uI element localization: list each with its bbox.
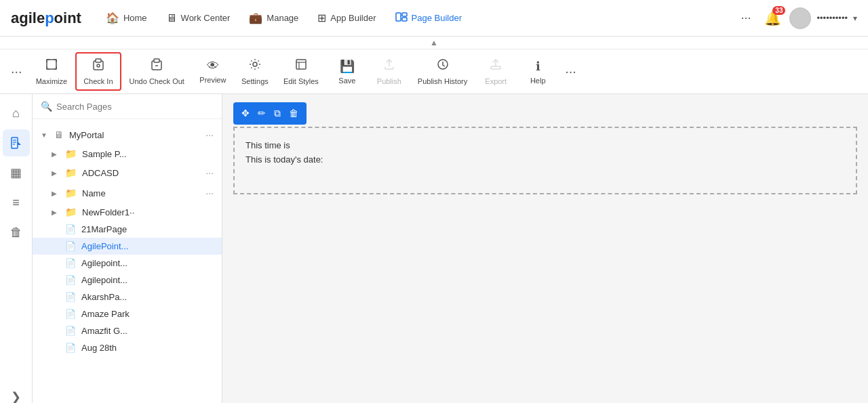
left-collapse-button[interactable]: ❯ [3,383,30,403]
edit-styles-button[interactable]: Edit Styles [277,54,326,89]
content-area: ✥ ✏ ⧉ 🗑 This time is This is today's dat… [222,94,868,403]
page-sidebar: 🔍 ▼ 🖥 MyPortal ··· ▶ 📁 Sample P... [33,94,222,403]
app-builder-nav-icon: ⊞ [317,12,326,24]
tree-item-amaze-park[interactable]: ▶ 📄 Amaze Park [33,305,222,322]
tree-icon-amazfit: 📄 [65,326,76,336]
page-builder-nav-icon [395,11,408,26]
export-label: Export [485,77,507,85]
export-button: Export [475,54,516,89]
nav-more-button[interactable]: ··· [735,8,756,28]
svg-rect-4 [96,59,101,62]
nav-page-builder[interactable]: Page Builder [387,7,470,30]
nav-home-label: Home [123,13,147,23]
publish-button: Publish [369,54,410,89]
nav-app-builder-label: App Builder [330,13,376,23]
tree-container: ▼ 🖥 MyPortal ··· ▶ 📁 Sample P... ▶ 📁 ADC… [33,119,222,403]
tree-item-adcasd[interactable]: ▶ 📁 ADCASD ··· [33,163,222,183]
tree-toggle-name: ▶ [52,190,62,197]
notification-badge: 33 [772,6,785,15]
main-layout: ⌂ ▦ ≡ 🗑 ❯ 🔍 ▼ [0,94,868,403]
tree-more-name[interactable]: ··· [203,186,216,200]
tree-item-newfolder1[interactable]: ▶ 📁 NewFolder1·· [33,203,222,221]
left-pages-button[interactable] [3,129,30,156]
tree-more-adcasd[interactable]: ··· [203,166,216,179]
collapse-icon: ▲ [430,38,438,47]
nav-right: ··· 🔔 33 •••••••••• ▾ [735,7,857,29]
left-home-button[interactable]: ⌂ [3,100,30,127]
tree-icon-amaze-park: 📄 [65,309,76,319]
tree-label-sample: Sample P... [82,149,216,159]
nav-manage-label: Manage [267,13,298,23]
publish-history-button[interactable]: Publish History [411,54,474,89]
user-name: •••••••••• [816,13,848,23]
tree-icon-newfolder1: 📁 [65,207,77,217]
content-line-2: This is today's date: [245,153,845,167]
settings-icon [248,58,262,75]
edit-styles-label: Edit Styles [283,77,319,85]
tree-more-myportal[interactable]: ··· [203,128,216,142]
toolbar-more-right[interactable]: ··· [559,61,582,82]
tree-icon-sample: 📁 [65,148,77,159]
tree-item-sample-p[interactable]: ▶ 📁 Sample P... [33,145,222,163]
svg-rect-13 [491,66,500,69]
tree-icon-agilepoint1: 📄 [65,241,76,251]
maximize-label: Maximize [36,77,67,85]
user-menu[interactable]: •••••••••• ▾ [789,7,857,29]
nav-work-center-label: Work Center [181,13,231,23]
publish-history-label: Publish History [418,77,467,85]
svg-rect-2 [402,18,407,21]
undo-checkout-button[interactable]: Undo Check Out [123,54,191,89]
help-icon: ℹ [536,59,540,74]
float-toolbar: ✥ ✏ ⧉ 🗑 [233,102,307,125]
tree-item-aug28th[interactable]: ▶ 📄 Aug 28th [33,339,222,356]
check-in-button[interactable]: Check In [75,52,121,91]
svg-point-8 [253,62,257,66]
nav-work-center[interactable]: 🖥 Work Center [158,8,239,28]
tree-icon-akarshpa: 📄 [65,292,76,302]
left-icon-bar: ⌂ ▦ ≡ 🗑 ❯ [0,94,33,403]
svg-rect-1 [402,13,407,16]
left-trash-button[interactable]: 🗑 [3,219,30,246]
tree-item-myportal[interactable]: ▼ 🖥 MyPortal ··· [33,125,222,145]
settings-label: Settings [241,77,269,85]
publish-icon [382,58,396,75]
notification-button[interactable]: 🔔 33 [764,10,781,26]
tree-item-agilepoint2[interactable]: ▶ 📄 Agilepoint... [33,255,222,272]
float-move-button[interactable]: ✥ [237,105,254,122]
tree-item-21marpage[interactable]: ▶ 📄 21MarPage [33,221,222,238]
left-grid-button[interactable]: ▦ [3,159,30,186]
tree-icon-name: 📁 [65,188,77,198]
search-pages-input[interactable] [56,102,214,112]
tree-item-akarshpa[interactable]: ▶ 📄 AkarshPa... [33,289,222,305]
tree-toggle-newfolder1: ▶ [52,209,62,216]
save-icon: 💾 [340,59,355,74]
tree-item-name[interactable]: ▶ 📁 Name ··· [33,183,222,203]
float-edit-button[interactable]: ✏ [254,105,270,122]
float-copy-button[interactable]: ⧉ [270,105,285,122]
help-label: Help [530,77,546,85]
help-button[interactable]: ℹ Help [517,55,558,89]
left-list-button[interactable]: ≡ [3,189,30,216]
nav-app-builder[interactable]: ⊞ App Builder [309,7,384,28]
settings-button[interactable]: Settings [235,54,275,89]
nav-home[interactable]: 🏠 Home [98,7,155,28]
maximize-button[interactable]: Maximize [29,54,74,89]
tree-item-agilepoint3[interactable]: ▶ 📄 Agilepoint... [33,272,222,289]
nav-manage[interactable]: 💼 Manage [241,7,307,28]
tree-item-agilepoint1[interactable]: ▶ 📄 AgilePoint... [33,238,222,255]
edit-styles-icon [294,58,308,75]
collapse-bar[interactable]: ▲ [0,37,868,49]
toolbar-more-left[interactable]: ··· [5,61,28,82]
tree-icon-myportal: 🖥 [54,129,64,140]
preview-button[interactable]: 👁 Preview [193,55,233,88]
tree-item-amazfit[interactable]: ▶ 📄 Amazfit G... [33,322,222,339]
work-center-nav-icon: 🖥 [166,12,177,24]
content-block: This time is This is today's date: [233,127,857,194]
export-icon [489,58,502,75]
svg-rect-6 [154,59,159,62]
save-button[interactable]: 💾 Save [327,55,368,89]
check-in-label: Check In [83,77,113,85]
tree-label-agilepoint1: AgilePoint... [81,241,216,251]
float-delete-button[interactable]: 🗑 [285,105,302,122]
logo-text: agilepoint [11,9,81,27]
